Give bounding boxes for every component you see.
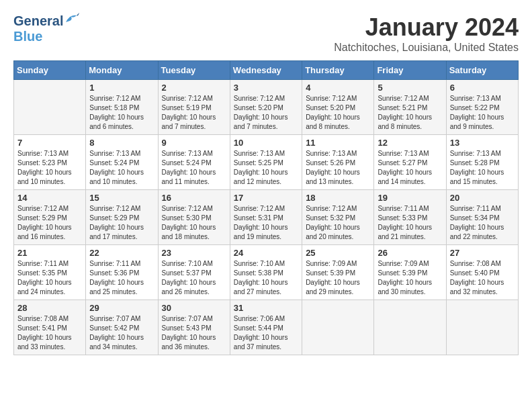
day-info: Sunrise: 7:07 AMSunset: 5:43 PMDaylight:… xyxy=(162,314,226,352)
day-info: Sunrise: 7:10 AMSunset: 5:38 PMDaylight:… xyxy=(234,259,298,297)
week-row-2: 7Sunrise: 7:13 AMSunset: 5:23 PMDaylight… xyxy=(14,135,519,190)
day-number: 26 xyxy=(378,248,442,258)
table-cell: 16Sunrise: 7:12 AMSunset: 5:30 PMDayligh… xyxy=(158,190,230,245)
day-number: 28 xyxy=(17,303,82,313)
day-number: 18 xyxy=(306,193,370,203)
day-info: Sunrise: 7:09 AMSunset: 5:39 PMDaylight:… xyxy=(306,259,370,297)
day-info: Sunrise: 7:11 AMSunset: 5:33 PMDaylight:… xyxy=(378,204,442,242)
table-cell: 1Sunrise: 7:12 AMSunset: 5:18 PMDaylight… xyxy=(86,80,158,135)
table-cell: 7Sunrise: 7:13 AMSunset: 5:23 PMDaylight… xyxy=(14,135,86,190)
day-number: 3 xyxy=(234,83,298,93)
day-number: 11 xyxy=(306,138,370,148)
day-number: 15 xyxy=(89,193,154,203)
day-info: Sunrise: 7:10 AMSunset: 5:37 PMDaylight:… xyxy=(162,259,226,297)
logo-general-text: General xyxy=(13,13,63,29)
day-number: 29 xyxy=(89,303,154,313)
title-section: January 2024 Natchitoches, Louisiana, Un… xyxy=(334,13,519,54)
table-cell: 20Sunrise: 7:11 AMSunset: 5:34 PMDayligh… xyxy=(446,190,518,245)
day-info: Sunrise: 7:11 AMSunset: 5:35 PMDaylight:… xyxy=(17,259,82,297)
table-cell: 29Sunrise: 7:07 AMSunset: 5:42 PMDayligh… xyxy=(86,300,158,355)
weekday-header-row: Sunday Monday Tuesday Wednesday Thursday… xyxy=(14,61,519,80)
table-cell: 18Sunrise: 7:12 AMSunset: 5:32 PMDayligh… xyxy=(302,190,374,245)
table-cell: 22Sunrise: 7:11 AMSunset: 5:36 PMDayligh… xyxy=(86,245,158,300)
table-cell: 2Sunrise: 7:12 AMSunset: 5:19 PMDaylight… xyxy=(158,80,230,135)
day-info: Sunrise: 7:12 AMSunset: 5:32 PMDaylight:… xyxy=(306,204,370,242)
table-cell: 17Sunrise: 7:12 AMSunset: 5:31 PMDayligh… xyxy=(230,190,302,245)
table-cell: 13Sunrise: 7:13 AMSunset: 5:28 PMDayligh… xyxy=(446,135,518,190)
logo-bird-icon xyxy=(64,13,79,25)
day-info: Sunrise: 7:11 AMSunset: 5:34 PMDaylight:… xyxy=(450,204,515,242)
header-wednesday: Wednesday xyxy=(230,61,302,80)
table-cell: 14Sunrise: 7:12 AMSunset: 5:29 PMDayligh… xyxy=(14,190,86,245)
day-info: Sunrise: 7:12 AMSunset: 5:29 PMDaylight:… xyxy=(89,204,154,242)
day-number: 30 xyxy=(162,303,226,313)
table-cell xyxy=(446,300,518,355)
day-number: 31 xyxy=(234,303,298,313)
logo-blue-text: Blue xyxy=(13,29,42,44)
day-info: Sunrise: 7:13 AMSunset: 5:24 PMDaylight:… xyxy=(89,149,154,187)
day-info: Sunrise: 7:13 AMSunset: 5:27 PMDaylight:… xyxy=(378,149,442,187)
day-info: Sunrise: 7:12 AMSunset: 5:29 PMDaylight:… xyxy=(17,204,82,242)
day-number: 23 xyxy=(162,248,226,258)
page-container: General Blue January 2024 Natchitoches, … xyxy=(13,13,519,355)
day-number: 12 xyxy=(378,138,442,148)
header: General Blue January 2024 Natchitoches, … xyxy=(13,13,519,54)
day-info: Sunrise: 7:13 AMSunset: 5:23 PMDaylight:… xyxy=(17,149,82,187)
day-number: 14 xyxy=(17,193,82,203)
table-cell: 12Sunrise: 7:13 AMSunset: 5:27 PMDayligh… xyxy=(374,135,446,190)
header-thursday: Thursday xyxy=(302,61,374,80)
day-info: Sunrise: 7:13 AMSunset: 5:25 PMDaylight:… xyxy=(234,149,298,187)
table-cell: 24Sunrise: 7:10 AMSunset: 5:38 PMDayligh… xyxy=(230,245,302,300)
calendar-table: Sunday Monday Tuesday Wednesday Thursday… xyxy=(13,60,519,355)
header-sunday: Sunday xyxy=(14,61,86,80)
day-info: Sunrise: 7:13 AMSunset: 5:28 PMDaylight:… xyxy=(450,149,515,187)
day-number: 7 xyxy=(17,138,82,148)
day-number: 17 xyxy=(234,193,298,203)
day-number: 22 xyxy=(89,248,154,258)
header-tuesday: Tuesday xyxy=(158,61,230,80)
day-number: 21 xyxy=(17,248,82,258)
day-info: Sunrise: 7:07 AMSunset: 5:42 PMDaylight:… xyxy=(89,314,154,352)
table-cell xyxy=(374,300,446,355)
day-number: 13 xyxy=(450,138,515,148)
day-info: Sunrise: 7:11 AMSunset: 5:36 PMDaylight:… xyxy=(89,259,154,297)
table-cell xyxy=(302,300,374,355)
day-info: Sunrise: 7:13 AMSunset: 5:24 PMDaylight:… xyxy=(162,149,226,187)
day-info: Sunrise: 7:09 AMSunset: 5:39 PMDaylight:… xyxy=(378,259,442,297)
table-cell: 28Sunrise: 7:08 AMSunset: 5:41 PMDayligh… xyxy=(14,300,86,355)
day-info: Sunrise: 7:13 AMSunset: 5:22 PMDaylight:… xyxy=(450,94,515,132)
table-cell: 27Sunrise: 7:08 AMSunset: 5:40 PMDayligh… xyxy=(446,245,518,300)
logo: General Blue xyxy=(13,13,79,44)
week-row-1: 1Sunrise: 7:12 AMSunset: 5:18 PMDaylight… xyxy=(14,80,519,135)
table-cell xyxy=(14,80,86,135)
day-number: 5 xyxy=(378,83,442,93)
header-monday: Monday xyxy=(86,61,158,80)
day-number: 2 xyxy=(162,83,226,93)
table-cell: 26Sunrise: 7:09 AMSunset: 5:39 PMDayligh… xyxy=(374,245,446,300)
table-cell: 9Sunrise: 7:13 AMSunset: 5:24 PMDaylight… xyxy=(158,135,230,190)
day-number: 25 xyxy=(306,248,370,258)
day-info: Sunrise: 7:06 AMSunset: 5:44 PMDaylight:… xyxy=(234,314,298,352)
day-number: 19 xyxy=(378,193,442,203)
day-info: Sunrise: 7:12 AMSunset: 5:21 PMDaylight:… xyxy=(378,94,442,132)
header-friday: Friday xyxy=(374,61,446,80)
table-cell: 25Sunrise: 7:09 AMSunset: 5:39 PMDayligh… xyxy=(302,245,374,300)
table-cell: 5Sunrise: 7:12 AMSunset: 5:21 PMDaylight… xyxy=(374,80,446,135)
day-number: 8 xyxy=(89,138,154,148)
day-number: 20 xyxy=(450,193,515,203)
day-number: 4 xyxy=(306,83,370,93)
day-number: 1 xyxy=(89,83,154,93)
table-cell: 8Sunrise: 7:13 AMSunset: 5:24 PMDaylight… xyxy=(86,135,158,190)
table-cell: 4Sunrise: 7:12 AMSunset: 5:20 PMDaylight… xyxy=(302,80,374,135)
day-number: 9 xyxy=(162,138,226,148)
table-cell: 21Sunrise: 7:11 AMSunset: 5:35 PMDayligh… xyxy=(14,245,86,300)
day-info: Sunrise: 7:12 AMSunset: 5:20 PMDaylight:… xyxy=(306,94,370,132)
day-info: Sunrise: 7:12 AMSunset: 5:18 PMDaylight:… xyxy=(89,94,154,132)
day-info: Sunrise: 7:12 AMSunset: 5:31 PMDaylight:… xyxy=(234,204,298,242)
header-saturday: Saturday xyxy=(446,61,518,80)
table-cell: 19Sunrise: 7:11 AMSunset: 5:33 PMDayligh… xyxy=(374,190,446,245)
day-info: Sunrise: 7:08 AMSunset: 5:41 PMDaylight:… xyxy=(17,314,82,352)
day-info: Sunrise: 7:13 AMSunset: 5:26 PMDaylight:… xyxy=(306,149,370,187)
day-number: 6 xyxy=(450,83,515,93)
table-cell: 6Sunrise: 7:13 AMSunset: 5:22 PMDaylight… xyxy=(446,80,518,135)
